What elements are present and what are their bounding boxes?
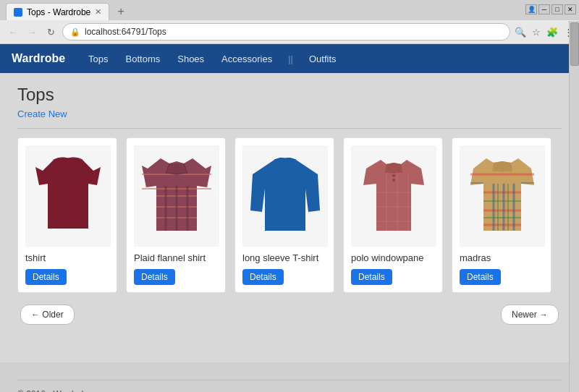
tab-bar: Tops - Wardrobe ✕ + 👤 ─ □ ✕ (0, 0, 579, 20)
card-madras: madras Details (452, 137, 551, 293)
nav-bottoms[interactable]: Bottoms (124, 51, 162, 67)
scrollbar-thumb[interactable] (570, 22, 579, 66)
card-longsleeve: long sleeve T-shirt Details (234, 137, 334, 293)
pagination-row: ← Older Newer → (17, 304, 562, 325)
browser-action-icons: 🔍 ☆ 🧩 ⋮ (515, 27, 573, 38)
scrollbar[interactable] (569, 21, 579, 392)
card-image-longsleeve (242, 145, 328, 247)
browser-tab[interactable]: Tops - Wardrobe ✕ (6, 3, 109, 20)
url-display: localhost:64791/Tops (85, 27, 166, 37)
card-image-madras (460, 145, 545, 247)
bookmark-icon[interactable]: ☆ (532, 27, 541, 38)
nav-tops[interactable]: Tops (87, 51, 109, 67)
forward-button[interactable]: → (25, 25, 39, 39)
card-image-tshirt (25, 145, 111, 247)
address-bar[interactable]: 🔒 localhost:64791/Tops (62, 23, 510, 41)
back-button[interactable]: ← (6, 25, 20, 39)
card-name-madras: madras (460, 252, 491, 265)
svg-point-14 (392, 174, 395, 177)
details-btn-madras[interactable]: Details (460, 269, 501, 285)
main-navbar: Wardrobe Tops Bottoms Shoes Accessories … (0, 44, 579, 73)
create-new-link[interactable]: Create New (17, 108, 67, 119)
card-name-tshirt: tshirt (25, 252, 46, 265)
footer-copyright: © 2016 - Wardrobe (17, 389, 91, 392)
nav-outfits[interactable]: Outfits (308, 51, 338, 67)
card-name-longsleeve: long sleeve T-shirt (242, 252, 318, 265)
card-image-flannel (134, 145, 219, 247)
card-image-polo (351, 145, 436, 247)
main-content: Tops Create New tshirt Details (0, 73, 579, 362)
older-btn[interactable]: ← Older (20, 304, 75, 325)
card-flannel: Plaid flannel shirt Details (126, 137, 226, 293)
svg-point-15 (392, 179, 395, 182)
details-btn-polo[interactable]: Details (351, 269, 392, 285)
tab-favicon (14, 8, 22, 17)
newer-btn[interactable]: Newer → (501, 304, 559, 325)
tab-title: Tops - Wardrobe (27, 7, 90, 17)
window-profile-btn[interactable]: 👤 (525, 4, 537, 14)
page-title: Tops (17, 85, 562, 105)
nav-divider: || (288, 54, 293, 64)
nav-shoes[interactable]: Shoes (176, 51, 206, 67)
card-name-polo: polo windowpane (351, 252, 423, 265)
details-btn-tshirt[interactable]: Details (25, 269, 67, 285)
window-close-btn[interactable]: ✕ (565, 4, 576, 14)
details-btn-longsleeve[interactable]: Details (242, 269, 284, 285)
details-btn-flannel[interactable]: Details (134, 269, 175, 285)
card-polo: polo windowpane Details (343, 137, 443, 293)
tab-close-btn[interactable]: ✕ (95, 7, 101, 17)
window-minimize-btn[interactable]: ─ (538, 4, 550, 14)
card-tshirt: tshirt Details (17, 137, 117, 293)
footer: © 2016 - Wardrobe About | Contact (0, 362, 579, 392)
extension-icon[interactable]: 🧩 (546, 27, 558, 38)
address-bar-row: ← → ↻ 🔒 localhost:64791/Tops 🔍 ☆ 🧩 ⋮ (0, 20, 579, 44)
cards-grid: tshirt Details (17, 137, 562, 293)
footer-divider (17, 380, 562, 380)
window-maximize-btn[interactable]: □ (551, 4, 563, 14)
section-divider (17, 128, 562, 129)
card-name-flannel: Plaid flannel shirt (134, 252, 206, 265)
brand-link[interactable]: Wardrobe (12, 52, 65, 65)
search-icon[interactable]: 🔍 (515, 27, 526, 38)
new-tab-btn[interactable]: + (112, 3, 130, 20)
nav-accessories[interactable]: Accessories (220, 51, 274, 67)
refresh-button[interactable]: ↻ (43, 25, 58, 39)
